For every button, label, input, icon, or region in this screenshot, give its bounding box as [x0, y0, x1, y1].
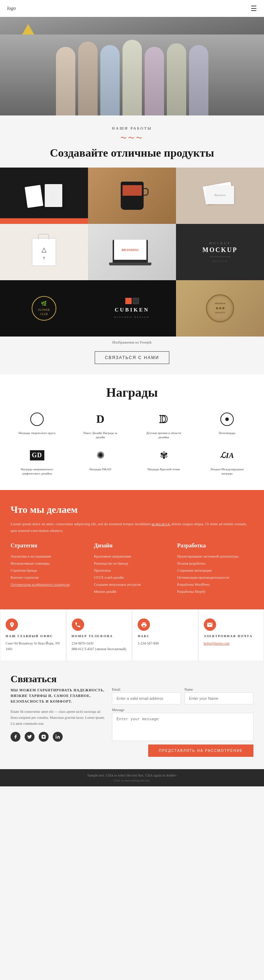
contact-form-fields: Email Name Message ПРЕДСТАВЛЯТЬ НА РАССМ…: [112, 687, 253, 757]
dev-item-1[interactable]: Проектирование системной архитектуры: [177, 553, 253, 560]
contact-card-fax: ФАКС 1-234-567-890: [132, 609, 198, 661]
form-row-top: Email Name: [112, 687, 253, 705]
award-item-1: Награды творческого круга: [7, 410, 67, 440]
name-input[interactable]: [184, 692, 253, 705]
contact-button[interactable]: СВЯЗАТЬСЯ С НАМИ: [95, 351, 169, 364]
contact-form-desc: МЫ МОЖЕМ ГАРАНТИРОВАТЬ НАДЕЖНОСТЬ, НИЗКИ…: [11, 687, 105, 705]
award-item-4: Пентаворды: [197, 410, 257, 440]
person-silhouette: [122, 40, 142, 115]
email-input[interactable]: [112, 692, 181, 705]
our-works-section: НАШИ РАБОТЫ 〜〜〜 Создавайте отличные прод…: [0, 115, 264, 375]
contact-button-wrap: СВЯЗАТЬСЯ С НАМИ: [0, 346, 264, 375]
phone-svg: [75, 622, 81, 628]
email-info: hello@theme.com: [204, 641, 229, 646]
office-info: Сент-94 Broadway St Нью-Йорк, NY 1001: [6, 641, 60, 652]
design-item-5[interactable]: Создание визуальных ресурсов: [94, 581, 170, 588]
facebook-icon[interactable]: [11, 732, 21, 742]
gd-icon: GD: [30, 450, 45, 460]
portfolio-item-5[interactable]: BRANDING: [88, 224, 176, 280]
strategy-item-4[interactable]: Контент-стратегия: [11, 574, 87, 581]
design-item-3[interactable]: Прототипы: [94, 567, 170, 574]
award-icon-5: GD: [28, 447, 46, 464]
portfolio-item-3[interactable]: Business: [176, 167, 264, 224]
awards-section: Награды Награды творческого круга D Паке…: [0, 375, 264, 490]
fax-title: ФАКС: [138, 634, 149, 638]
dev-item-4[interactable]: Оптимизация производительности: [177, 574, 253, 581]
email-label: Email: [112, 687, 181, 691]
svg-point-2: [56, 735, 56, 736]
hero-people-group: [0, 35, 264, 115]
tw-svg: [27, 734, 32, 739]
strategy-item-2[interactable]: Интерактивные семинары: [11, 560, 87, 567]
fax-info: 1-234-567-890: [138, 641, 159, 646]
dev-item-2[interactable]: Полная разработка: [177, 560, 253, 567]
award-icon-8: ℒIA: [218, 447, 236, 464]
linkedin-icon[interactable]: [53, 732, 63, 742]
portfolio-item-6[interactable]: MOCKUP MOCKUP DESIGN: [176, 224, 264, 280]
portfolio-item-7[interactable]: 🌿 FLOWERCLUB: [0, 280, 88, 337]
portfolio-item-4[interactable]: △ 7: [0, 224, 88, 280]
design-title: Дизайн: [94, 542, 170, 549]
portfolio-item-9[interactable]: PREMIUM ★★★ QUALITY: [176, 280, 264, 337]
award-icon-3: D: [155, 410, 172, 428]
twitter-icon[interactable]: [25, 732, 35, 742]
strategy-item-1[interactable]: Аналитика и исследования: [11, 553, 87, 560]
award-item-7: ✾ Награды Красной точки: [134, 447, 194, 476]
dev-item-5[interactable]: Разработка WordPress: [177, 581, 253, 588]
swirl-icon: ✾: [160, 450, 168, 461]
office-title: НАШ ГЛАВНЫЙ ОФИС: [6, 634, 53, 638]
footer-note: Click to start editing the text.: [7, 779, 257, 782]
award-label-6: Награды D&AD: [89, 467, 111, 472]
portfolio-item-1[interactable]: [0, 167, 88, 224]
design-item-6[interactable]: Моушн-дизайн: [94, 588, 170, 595]
portfolio-item-8[interactable]: CUBIKEN KITCHEN DESIGN: [88, 280, 176, 337]
email-group: Email: [112, 687, 181, 705]
dev-item-6[interactable]: Разработка Shopify: [177, 588, 253, 595]
freepik-credit: Изображения из Freepik: [0, 337, 264, 346]
strategy-item-5[interactable]: Оптимизация коэффициента конверсии: [11, 581, 87, 588]
awards-grid: Награды творческого круга D Пакет Дизайн…: [7, 410, 257, 476]
contact-form-body: МЫ МОЖЕМ ГАРАНТИРОВАТЬ НАДЕЖНОСТЬ, НИЗКИ…: [11, 687, 253, 757]
email-title: ЭЛЕКТРОННАЯ ПОЧТА: [204, 634, 253, 638]
email-icon: [204, 619, 216, 631]
hamburger-menu[interactable]: ☰: [251, 4, 257, 13]
award-item-5: GD Награды американского графического ди…: [7, 447, 67, 476]
person-silhouette: [145, 47, 164, 115]
logo: logo: [7, 6, 16, 11]
dev-column: Разработка Проектирование системной архи…: [177, 542, 253, 595]
lia-icon: ℒIA: [220, 451, 234, 460]
award-icon-4: [218, 410, 236, 428]
person-silhouette: [56, 47, 75, 115]
person-silhouette: [78, 41, 97, 115]
contact-form-title: Связаться: [11, 673, 253, 685]
message-textarea[interactable]: [112, 713, 253, 741]
our-works-title: Создавайте отличные продукты: [0, 146, 264, 167]
award-item-3: D Детская премия в области дизайна: [134, 410, 194, 440]
footer: Sample text. Click to select the text bo…: [0, 769, 264, 786]
design-item-1[interactable]: Креативное направление: [94, 553, 170, 560]
dev-item-3[interactable]: Сторонние интеграции: [177, 567, 253, 574]
person-silhouette: [100, 45, 120, 115]
what-description: Lorem ipsum dolor sit amet, consectetur …: [11, 520, 253, 534]
strategy-title: Стратегия: [11, 542, 87, 549]
what-we-do-section: Что мы делаем Lorem ipsum dolor sit amet…: [0, 490, 264, 609]
design-item-4[interactable]: UI/UX и веб-дизайн: [94, 574, 170, 581]
what-title: Что мы делаем: [11, 504, 253, 515]
our-works-label: НАШИ РАБОТЫ: [0, 115, 264, 134]
what-columns: Стратегия Аналитика и исследования Интер…: [11, 542, 253, 595]
what-link[interactable]: ut pro ut t.g.: [152, 522, 171, 526]
fax-svg: [141, 622, 147, 628]
submit-button[interactable]: ПРЕДСТАВЛЯТЬ НА РАССМОТРЕНИЕ: [148, 745, 253, 757]
design-item-2[interactable]: Руководство по бренду: [94, 560, 170, 567]
award-icon-1: [28, 410, 46, 428]
strategy-column: Стратегия Аналитика и исследования Интер…: [11, 542, 87, 595]
hero-section: [0, 17, 264, 115]
award-label-3: Детская премия в области дизайна: [143, 431, 185, 440]
d-solid-icon: D: [96, 412, 104, 426]
location-icon: [6, 619, 18, 631]
instagram-icon[interactable]: [39, 732, 49, 742]
email-link[interactable]: hello@theme.com: [204, 641, 229, 645]
portfolio-item-2[interactable]: [88, 167, 176, 224]
email-svg: [207, 622, 213, 628]
strategy-item-3[interactable]: Стратегия бренда: [11, 567, 87, 574]
